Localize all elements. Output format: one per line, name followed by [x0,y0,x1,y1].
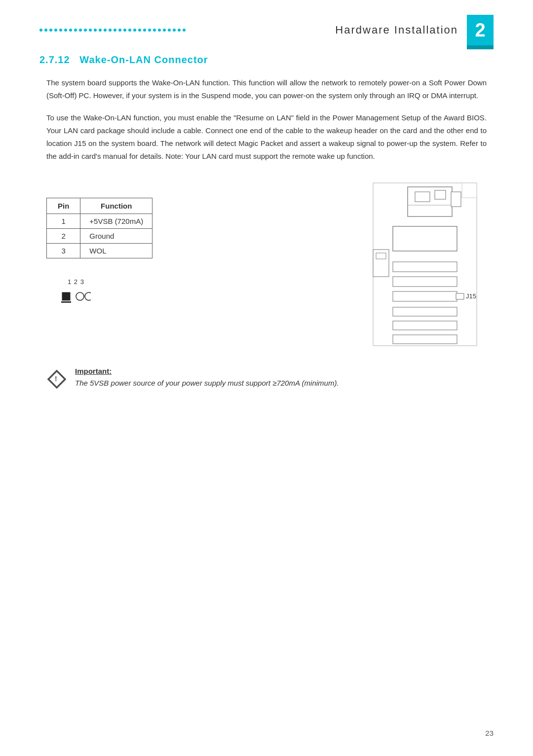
pin-table: Pin Function 1+5VSB (720mA)2Ground3WOL [46,198,152,258]
table-header-pin: Pin [47,198,80,214]
svg-rect-21 [462,183,477,198]
table-cell-function: +5VSB (720mA) [80,214,152,228]
svg-rect-16 [393,307,457,316]
svg-rect-6 [415,192,430,202]
svg-rect-18 [393,335,457,344]
page-number: 23 [485,729,494,737]
header-dots [39,29,335,32]
svg-rect-0 [62,292,70,300]
paragraph-1: The system board supports the Wake-On-LA… [39,76,494,103]
board-svg: J15 [343,178,487,356]
connector-label: 1 2 3 [68,278,84,286]
important-section: ! Important: The 5VSB power source of yo… [39,367,494,390]
table-cell-function: WOL [80,243,152,258]
table-cell-pin: 1 [47,214,80,228]
paragraph-2: To use the Wake-On-LAN function, you mus… [39,111,494,163]
table-row: 1+5VSB (720mA) [47,214,152,228]
header-title: Hardware Installation [335,24,458,36]
svg-rect-20 [376,253,386,259]
pin-table-wrap: Pin Function 1+5VSB (720mA)2Ground3WOL [46,198,152,258]
section-title: Wake-On-LAN Connector [79,54,208,65]
svg-text:!: ! [55,375,57,383]
table-cell-pin: 2 [47,228,80,243]
connector-svg [61,289,91,304]
svg-rect-7 [435,190,446,199]
chapter-badge: 2 [467,15,494,45]
important-icon: ! [46,369,67,390]
important-text: The 5VSB power source of your power supp… [75,377,487,390]
svg-rect-9 [451,192,461,207]
svg-rect-13 [393,291,457,301]
table-cell-pin: 3 [47,243,80,258]
important-label: Important: [75,367,487,375]
table-header-function: Function [80,198,152,214]
section-number: 2.7.12 [39,54,70,65]
diagram-area: Pin Function 1+5VSB (720mA)2Ground3WOL 1… [39,178,494,357]
svg-rect-3 [61,301,71,303]
svg-rect-10 [393,226,457,251]
table-row: 3WOL [47,243,152,258]
svg-rect-11 [393,262,457,272]
svg-rect-17 [393,321,457,330]
svg-rect-14 [456,293,464,299]
svg-text:J15: J15 [466,292,476,300]
svg-point-2 [85,292,91,300]
table-row: 2Ground [47,228,152,243]
svg-point-1 [76,292,84,300]
page-header: Hardware Installation 2 [39,0,494,45]
important-content: Important: The 5VSB power source of your… [75,367,487,390]
table-cell-function: Ground [80,228,152,243]
board-diagram: J15 [343,178,487,357]
section-heading: 2.7.12 Wake-On-LAN Connector [39,54,494,66]
connector-small: 1 2 3 [61,278,91,304]
svg-rect-12 [393,277,457,287]
